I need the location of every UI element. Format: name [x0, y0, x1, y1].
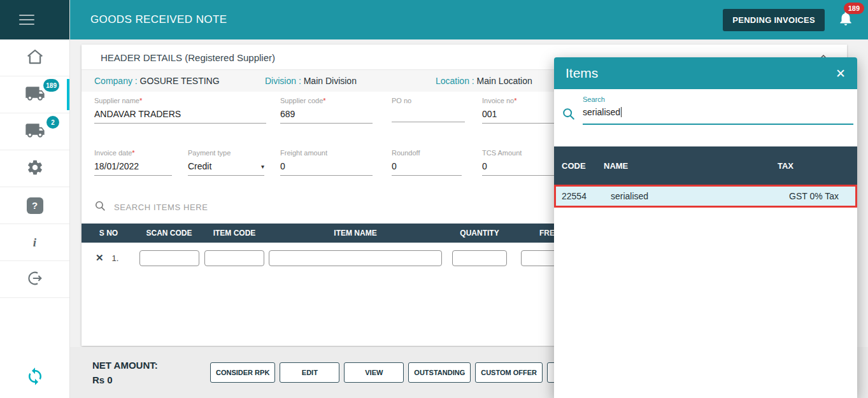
- app-window: 189 2 ? i: [0, 0, 868, 398]
- truck-icon: [25, 83, 45, 106]
- division-label: Division :: [265, 76, 304, 86]
- modal-items-table: CODE NAME TAX 22554 serialised GST 0% Ta…: [554, 146, 857, 208]
- item-tax-cell: GST 0% Tax: [779, 191, 855, 201]
- sidebar-item-info[interactable]: i: [0, 224, 69, 261]
- po-no-field-wrap: PO no: [392, 97, 465, 122]
- supplier-name-field[interactable]: ANDAVAR TRADERS: [94, 104, 266, 124]
- notification-badge: 189: [844, 3, 864, 14]
- col-header-scan-code: SCAN CODE: [136, 229, 203, 238]
- modal-search-input[interactable]: serialised: [583, 104, 853, 125]
- roundoff-field-wrap: Roundoff 0: [392, 149, 462, 176]
- po-no-field[interactable]: [392, 104, 465, 122]
- modal-search-bar[interactable]: serialised: [554, 103, 857, 125]
- hamburger-icon: [19, 11, 34, 28]
- bell-icon: [837, 18, 854, 29]
- net-amount: NET AMOUNT: Rs 0: [92, 360, 210, 385]
- invoice-no-field[interactable]: 001: [482, 104, 560, 124]
- dropdown-arrow-icon: ▾: [261, 163, 264, 170]
- company-label: Company :: [94, 76, 140, 86]
- help-icon: ?: [27, 197, 43, 214]
- modal-item-row-selected[interactable]: 22554 serialised GST 0% Tax: [554, 185, 857, 208]
- invoice-date-field[interactable]: 18/01/2022: [94, 157, 172, 176]
- modal-table-header: CODE NAME TAX: [554, 146, 857, 185]
- sidebar-item-home[interactable]: [0, 39, 69, 76]
- logout-icon: [26, 269, 44, 290]
- item-name-cell: serialised: [606, 191, 779, 201]
- item-search-input[interactable]: [114, 203, 318, 212]
- badge-count: 2: [46, 116, 59, 129]
- supplier-code-field[interactable]: 689: [280, 104, 373, 124]
- sidebar: 189 2 ? i: [0, 0, 70, 398]
- menu-toggle[interactable]: [0, 0, 69, 39]
- item-code-cell: 22554: [556, 191, 606, 201]
- items-modal-header: Items ✕: [554, 57, 857, 89]
- tcs-amount-field[interactable]: 0: [482, 157, 560, 176]
- search-icon: [562, 104, 583, 124]
- payment-type-select[interactable]: Credit ▾: [188, 157, 264, 176]
- col-header-tax: TAX: [778, 161, 857, 171]
- modal-search-label: Search: [583, 96, 857, 103]
- col-header-code: CODE: [554, 161, 604, 171]
- col-header-sno: S NO: [82, 229, 136, 238]
- outstanding-button[interactable]: OUTSTANDING: [408, 362, 471, 383]
- row-number: 1.: [112, 253, 119, 263]
- sync-icon: [25, 367, 45, 388]
- supplier-name-field-wrap: Supplier name* ANDAVAR TRADERS: [94, 97, 266, 124]
- location-label: Location :: [436, 76, 477, 86]
- text-caret: [621, 107, 622, 117]
- info-icon: i: [33, 236, 36, 250]
- edit-button[interactable]: EDIT: [280, 362, 339, 383]
- net-amount-label: NET AMOUNT:: [92, 360, 210, 371]
- notifications-button[interactable]: 189: [837, 10, 854, 29]
- sidebar-item-logout[interactable]: [0, 261, 69, 298]
- modal-title: Items: [566, 66, 598, 81]
- division-value: Main Division: [304, 76, 357, 86]
- col-header-name: NAME: [604, 161, 778, 171]
- roundoff-field[interactable]: 0: [392, 157, 462, 176]
- payment-type-field-wrap: Payment type Credit ▾: [188, 149, 264, 176]
- invoice-date-field-wrap: Invoice date* 18/01/2022: [94, 149, 172, 176]
- truck-icon: [25, 120, 45, 143]
- delete-row-icon[interactable]: ✕: [96, 252, 104, 264]
- section-title: HEADER DETAILS (Registered Supplier): [101, 52, 275, 63]
- sidebar-item-goods-received[interactable]: 189: [0, 76, 69, 113]
- consider-rpk-button[interactable]: CONSIDER RPK: [210, 362, 275, 383]
- gear-icon: [26, 159, 44, 179]
- scan-code-input[interactable]: [139, 250, 199, 266]
- col-header-quantity: QUANTITY: [445, 229, 515, 238]
- sidebar-item-sync[interactable]: [0, 357, 69, 398]
- search-icon: [94, 200, 106, 215]
- badge-count: 189: [43, 79, 59, 92]
- supplier-code-field-wrap: Supplier code* 689: [280, 97, 373, 124]
- company-info: Company : GOSURE TESTING: [94, 76, 265, 86]
- items-modal: Items ✕ Search serialised CODE NAME TAX …: [554, 57, 857, 398]
- division-info: Division : Main Division: [265, 76, 436, 86]
- quantity-input[interactable]: [452, 250, 507, 266]
- sidebar-item-help[interactable]: ?: [0, 187, 69, 224]
- col-header-item-name: ITEM NAME: [266, 229, 445, 238]
- home-icon: [25, 47, 45, 69]
- invoice-no-field-wrap: Invoice no* 001: [482, 97, 560, 124]
- sidebar-item-deliveries[interactable]: 2: [0, 113, 69, 150]
- company-value: GOSURE TESTING: [140, 76, 220, 86]
- custom-offer-button[interactable]: CUSTOM OFFER: [475, 362, 543, 383]
- view-button[interactable]: VIEW: [344, 362, 404, 383]
- net-amount-value: Rs 0: [92, 374, 210, 385]
- tcs-amount-field-wrap: TCS Amount 0: [482, 149, 560, 176]
- col-header-item-code: ITEM CODE: [203, 229, 266, 238]
- item-code-input[interactable]: [204, 250, 264, 266]
- freight-amount-field[interactable]: 0: [280, 157, 373, 176]
- top-bar: GOODS RECEIVED NOTE PENDING INVOICES 189: [70, 0, 868, 39]
- pending-invoices-button[interactable]: PENDING INVOICES: [723, 9, 825, 31]
- sidebar-item-settings[interactable]: [0, 150, 69, 187]
- freight-amount-field-wrap: Freight amount 0: [280, 149, 373, 176]
- item-name-input[interactable]: [269, 250, 442, 266]
- page-title: GOODS RECEIVED NOTE: [90, 13, 227, 26]
- close-icon[interactable]: ✕: [836, 66, 846, 81]
- location-value: Main Location: [477, 76, 532, 86]
